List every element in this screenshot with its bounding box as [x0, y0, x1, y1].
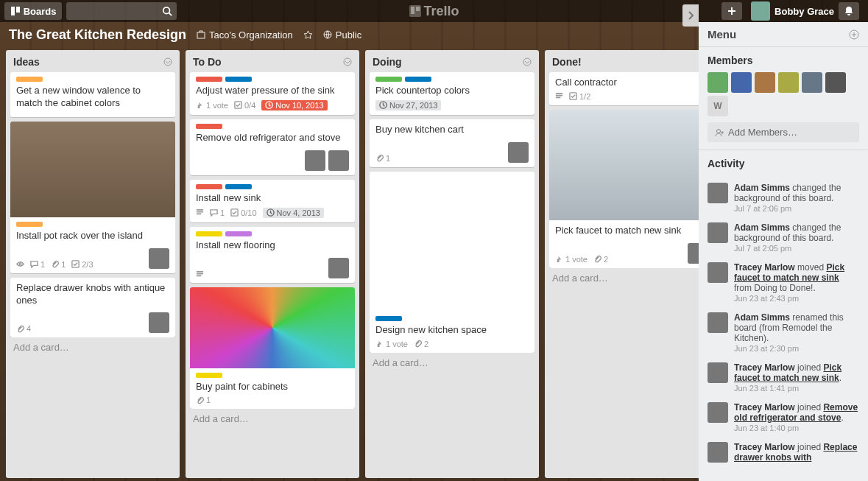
- add-card-button[interactable]: Add a card…: [10, 337, 175, 354]
- board-title[interactable]: The Great Kitchen Redesign: [9, 27, 186, 43]
- badge-check: 2/3: [71, 260, 93, 269]
- label[interactable]: [196, 373, 222, 378]
- menu-toggle[interactable]: [682, 4, 699, 27]
- member-avatar[interactable]: [708, 222, 728, 243]
- card[interactable]: Install new sink10/10Nov 4, 2013: [190, 180, 355, 222]
- card[interactable]: Replace drawer knobs with antique ones4: [10, 278, 175, 338]
- label[interactable]: [225, 184, 252, 189]
- label[interactable]: [375, 316, 402, 321]
- badge-due: Nov 27, 2013: [375, 100, 441, 110]
- label[interactable]: [225, 231, 252, 236]
- visibility-button[interactable]: Public: [323, 29, 361, 41]
- member-avatar[interactable]: [708, 72, 728, 93]
- card[interactable]: Pick countertop colorsNov 27, 2013: [370, 72, 534, 115]
- label[interactable]: [196, 124, 222, 129]
- card[interactable]: Buy paint for cabinets1: [190, 287, 355, 410]
- member-avatar[interactable]: [708, 402, 728, 423]
- activity-time: Jul 7 at 2:05 pm: [734, 244, 791, 253]
- activity-author[interactable]: Adam Simms: [734, 312, 790, 323]
- boards-button[interactable]: Boards: [4, 2, 62, 20]
- star-button[interactable]: [303, 30, 313, 40]
- card-title: Adjust water pressure of the sink: [196, 85, 349, 97]
- member-avatar[interactable]: [328, 258, 349, 278]
- card-title: Get a new window valence to match the ca…: [16, 85, 169, 110]
- add-user-icon: [715, 128, 724, 137]
- label[interactable]: [375, 77, 402, 82]
- card-members: [149, 312, 169, 333]
- card-labels: [375, 77, 529, 82]
- member-avatar[interactable]: [708, 442, 728, 463]
- member-avatar[interactable]: [305, 150, 325, 171]
- member-avatar[interactable]: [149, 248, 169, 269]
- member-avatar[interactable]: [802, 72, 822, 93]
- member-avatar[interactable]: [708, 362, 728, 383]
- member-avatar[interactable]: [731, 72, 752, 93]
- activity-author[interactable]: Adam Simms: [734, 222, 790, 233]
- menu-expand-icon[interactable]: [849, 29, 859, 40]
- label[interactable]: [196, 231, 222, 236]
- card-cover: [370, 172, 534, 312]
- card[interactable]: Buy new kitchen cart1: [370, 119, 534, 167]
- card[interactable]: Remove old refrigerator and stove: [190, 119, 355, 175]
- list-title[interactable]: Done!: [552, 56, 582, 68]
- card[interactable]: Pick faucet to match new sink1 vote2: [549, 110, 714, 268]
- member-avatar[interactable]: [825, 72, 846, 93]
- add-card-button[interactable]: Add a card…: [370, 353, 534, 370]
- notifications-button[interactable]: [839, 2, 859, 20]
- label[interactable]: [16, 77, 43, 82]
- member-avatar[interactable]: [778, 72, 799, 93]
- label[interactable]: [196, 77, 222, 82]
- label[interactable]: [16, 222, 43, 227]
- card[interactable]: Design new kitchen space1 vote2: [370, 172, 534, 353]
- activity-author[interactable]: Tracey Marlow: [734, 362, 795, 373]
- badge-comment: 1: [210, 208, 225, 217]
- chevron-right-icon: [688, 11, 694, 20]
- card[interactable]: Adjust water pressure of the sink1 vote0…: [190, 72, 355, 115]
- list-title[interactable]: Doing: [373, 56, 402, 68]
- add-button[interactable]: [721, 2, 742, 20]
- user-avatar[interactable]: [751, 1, 770, 21]
- member-avatar[interactable]: [708, 262, 728, 283]
- card-title: Replace drawer knobs with antique ones: [16, 282, 169, 307]
- card[interactable]: Get a new window valence to match the ca…: [10, 72, 175, 117]
- activity-author[interactable]: Tracey Marlow: [734, 402, 795, 412]
- card[interactable]: Call contractor1/2: [549, 72, 714, 105]
- search-input[interactable]: [66, 2, 177, 20]
- svg-rect-6: [415, 7, 419, 11]
- card-labels: [16, 77, 169, 82]
- list-menu-button[interactable]: [343, 57, 352, 66]
- activity-item: Tracey Marlow joined Remove old refriger…: [708, 402, 859, 433]
- member-avatar[interactable]: [708, 312, 728, 333]
- list-title[interactable]: To Do: [193, 56, 222, 68]
- list-menu-button[interactable]: [523, 57, 532, 66]
- add-card-button[interactable]: Add a card…: [190, 409, 355, 426]
- add-card-button[interactable]: Add a card…: [549, 268, 714, 285]
- activity-author[interactable]: Tracey Marlow: [734, 442, 795, 452]
- list-menu-button[interactable]: [163, 57, 172, 66]
- svg-line-3: [169, 13, 172, 16]
- card-labels: [375, 316, 529, 321]
- label[interactable]: [196, 184, 222, 189]
- org-icon: [197, 30, 205, 39]
- card[interactable]: Install pot rack over the island112/3: [10, 122, 175, 273]
- activity-section-title: Activity: [699, 150, 868, 169]
- activity-author[interactable]: Tracey Marlow: [734, 262, 795, 273]
- badge-due: Nov 10, 2013: [261, 100, 327, 110]
- member-avatar[interactable]: [755, 72, 775, 93]
- label[interactable]: [405, 77, 431, 82]
- badge-attach: 1: [51, 260, 66, 269]
- member-avatar[interactable]: [508, 142, 529, 163]
- member-avatar[interactable]: W: [708, 96, 728, 116]
- member-avatar[interactable]: [149, 312, 169, 333]
- member-avatar[interactable]: [708, 183, 728, 203]
- member-avatar[interactable]: [328, 150, 349, 171]
- add-members-button[interactable]: Add Members…: [708, 122, 859, 142]
- board-org[interactable]: Taco's Organization: [197, 29, 293, 41]
- user-name[interactable]: Bobby Grace: [775, 6, 834, 17]
- label[interactable]: [225, 77, 252, 82]
- card[interactable]: Install new flooring: [190, 227, 355, 283]
- activity-author[interactable]: Adam Simms: [734, 183, 790, 193]
- activity-item: Tracey Marlow joined Replace drawer knob…: [708, 442, 859, 463]
- card-labels: [196, 373, 349, 378]
- list-title[interactable]: Ideas: [13, 56, 40, 68]
